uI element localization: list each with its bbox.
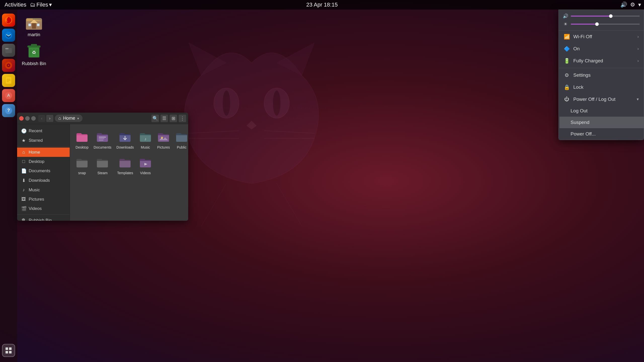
- folder-templates-label: Templates: [117, 171, 133, 175]
- sidebar-item-documents[interactable]: 📄 Documents: [17, 166, 70, 176]
- sidebar-item-downloads[interactable]: ⬇ Downloads: [17, 176, 70, 185]
- volume-slider-thumb[interactable]: [609, 14, 613, 18]
- svg-rect-46: [99, 138, 104, 139]
- sidebar-label-desktop: Desktop: [29, 159, 44, 164]
- nav-back-button[interactable]: ‹: [38, 115, 45, 122]
- settings-menu-item[interactable]: ⚙ Settings: [559, 69, 644, 81]
- sidebar-item-pictures[interactable]: 🖼 Pictures: [17, 195, 70, 204]
- dock-icon-notes[interactable]: [2, 74, 15, 87]
- svg-rect-29: [6, 351, 8, 353]
- folder-desktop-icon: [75, 131, 89, 144]
- search-button[interactable]: 🔍: [151, 115, 159, 122]
- poweroff-submenu-item[interactable]: Power Off...: [559, 128, 644, 140]
- bluetooth-label: On: [573, 46, 580, 52]
- folder-music-label: Music: [141, 145, 150, 149]
- folder-documents[interactable]: Documents: [92, 128, 113, 152]
- svg-rect-30: [9, 351, 12, 353]
- volume-slider-track[interactable]: [571, 16, 640, 17]
- sidebar-label-rubbish-bin: Rubbish Bin: [29, 218, 52, 221]
- folder-steam[interactable]: Steam: [92, 154, 113, 177]
- location-home-icon: ⌂: [58, 116, 61, 121]
- desktop-icon-sidebar: □: [21, 159, 26, 164]
- brightness-slider-thumb[interactable]: [595, 22, 599, 26]
- location-bar[interactable]: ⌂ Home ▾: [55, 115, 83, 122]
- svg-rect-47: [99, 140, 103, 141]
- power-icon: ⏻: [564, 96, 570, 102]
- dock-apps-grid-button[interactable]: [2, 344, 15, 357]
- folder-downloads[interactable]: Downloads: [115, 128, 135, 152]
- activities-button[interactable]: Activities: [3, 2, 28, 8]
- dock-icon-files[interactable]: [2, 44, 15, 57]
- folder-videos[interactable]: Videos: [137, 154, 153, 177]
- files-grid: Desktop Documents Downloads: [74, 128, 184, 177]
- dock-icon-rhythmbox[interactable]: [2, 59, 15, 72]
- brightness-slider-icon: ☀: [563, 21, 568, 27]
- settings-label: Settings: [573, 72, 591, 78]
- suspend-submenu-item[interactable]: Suspend: [559, 117, 644, 128]
- folder-videos-icon: [139, 156, 152, 169]
- folder-downloads-label: Downloads: [116, 145, 134, 149]
- folder-snap-icon: [75, 156, 89, 169]
- sliders-section: 🔊 ☀: [559, 10, 644, 31]
- brightness-slider-track[interactable]: [571, 24, 640, 25]
- sidebar-item-home[interactable]: ⌂ Home: [17, 148, 70, 157]
- dock-icon-appstore[interactable]: A: [2, 89, 15, 102]
- sidebar-item-rubbish-bin[interactable]: 🗑 Rubbish Bin: [17, 216, 70, 221]
- volume-slider-row: 🔊: [563, 13, 640, 19]
- svg-rect-28: [9, 347, 12, 350]
- nav-forward-button[interactable]: ›: [46, 115, 53, 122]
- folder-music[interactable]: ♪ Music: [137, 128, 153, 152]
- files-titlebar: ‹ › ⌂ Home ▾ 🔍 ☰ ⊞ ⋮: [17, 113, 188, 124]
- folder-desktop[interactable]: Desktop: [74, 128, 90, 152]
- lock-menu-item[interactable]: 🔒 Lock: [559, 81, 644, 93]
- topbar-left: Activities 🗂 Files ▾: [3, 2, 52, 8]
- desktop-icon-martin[interactable]: martin: [20, 13, 48, 37]
- sidebar-item-music[interactable]: ♪ Music: [17, 185, 70, 195]
- folder-public[interactable]: Public: [174, 128, 188, 152]
- documents-icon: 📄: [21, 168, 26, 174]
- folder-templates[interactable]: Templates: [115, 154, 135, 177]
- folder-documents-label: Documents: [94, 145, 111, 149]
- brightness-slider-row: ☀: [563, 21, 640, 27]
- folder-pictures-icon: [157, 131, 170, 144]
- folder-snap[interactable]: snap: [74, 154, 90, 177]
- sort-button[interactable]: ⊞: [170, 115, 177, 122]
- window-minimize-button[interactable]: [25, 116, 30, 121]
- svg-rect-33: [26, 19, 33, 21]
- bluetooth-menu-item[interactable]: 🔷 On ›: [559, 43, 644, 55]
- desktop-icon-rubbish-bin[interactable]: ♻ Rubbish Bin: [20, 41, 48, 66]
- menu-button[interactable]: ⋮: [179, 115, 186, 122]
- topbar-arrow-icon[interactable]: ▾: [638, 2, 641, 8]
- svg-text:A: A: [7, 93, 10, 98]
- settings-icon[interactable]: ⚙: [630, 2, 635, 8]
- sidebar-item-desktop[interactable]: □ Desktop: [17, 157, 70, 166]
- topbar-datetime[interactable]: 23 Apr 18:15: [306, 2, 338, 8]
- logout-submenu-item[interactable]: Log Out: [559, 105, 644, 117]
- titlebar-actions: 🔍 ☰ ⊞ ⋮: [151, 115, 186, 122]
- folder-pictures[interactable]: Pictures: [155, 128, 172, 152]
- files-menu-button[interactable]: 🗂 Files ▾: [30, 2, 52, 8]
- window-maximize-button[interactable]: [31, 116, 36, 121]
- folder-pictures-label: Pictures: [157, 145, 170, 149]
- svg-rect-36: [37, 24, 39, 26]
- volume-icon[interactable]: 🔊: [620, 2, 627, 8]
- rubbish-bin-sidebar-icon: 🗑: [21, 218, 26, 221]
- folder-templates-icon: [118, 156, 132, 169]
- sidebar-item-videos[interactable]: 🎬 Videos: [17, 204, 70, 213]
- dock-icon-help[interactable]: ?: [2, 104, 15, 117]
- window-close-button[interactable]: [19, 116, 24, 121]
- wifi-icon: 📶: [564, 34, 570, 40]
- svg-rect-15: [5, 48, 9, 49]
- battery-icon: 🔋: [564, 58, 570, 64]
- wifi-menu-item[interactable]: 📶 Wi-Fi Off ›: [559, 31, 644, 43]
- sidebar-item-starred[interactable]: ★ Starred: [17, 136, 70, 145]
- sidebar-label-music: Music: [29, 188, 40, 193]
- poweroff-label: Power Off...: [571, 131, 596, 137]
- power-menu-item[interactable]: ⏻ Power Off / Log Out ▾: [559, 93, 644, 105]
- battery-menu-item[interactable]: 🔋 Fully Charged ›: [559, 55, 644, 67]
- dock-icon-thunderbird[interactable]: [2, 29, 15, 42]
- dock-icon-firefox[interactable]: [2, 14, 15, 27]
- sidebar-item-recent[interactable]: 🕐 Recent: [17, 126, 70, 136]
- view-toggle-button[interactable]: ☰: [160, 115, 168, 122]
- wifi-arrow-icon: ›: [637, 34, 639, 39]
